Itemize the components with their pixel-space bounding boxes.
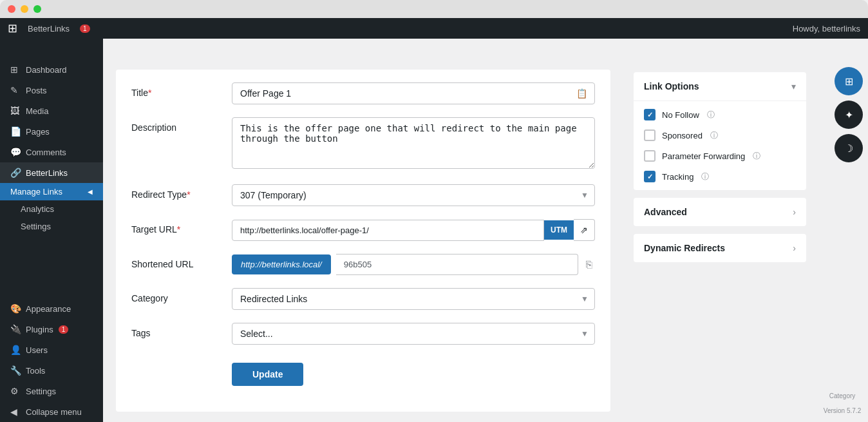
parameter-forwarding-row: Parameter Forwarding ⓘ [644,150,796,162]
target-url-row: Target URL* UTM ⇗ [131,219,595,241]
shortened-url-hash: 96b505 [336,254,578,275]
target-url-input[interactable] [232,220,544,241]
plugins-icon: 🔌 [10,324,21,334]
tracking-info-icon[interactable]: ⓘ [701,171,709,182]
link-options-body: No Follow ⓘ Sponsored ⓘ Parameter Forwar… [634,101,806,190]
advanced-section[interactable]: Advanced › [634,198,806,226]
title-field-wrap: 📋 [232,82,595,104]
title-row: Title* 📋 [131,82,595,104]
target-url-group: UTM ⇗ [232,219,595,241]
shortened-url-label: Shortened URL [131,254,222,269]
betterlinks-icon: 🔗 [10,168,21,178]
sidebar-label-collapse: Collapse menu [26,407,82,417]
sidebar-item-comments[interactable]: 💬 Comments [0,142,103,162]
dashboard-icon: ⊞ [10,64,21,75]
far-right-panel: ⊞ ✦ ☽ Category Version 5.7.2 [816,59,868,422]
sidebar-label-betterlinks: BetterLinks [26,168,68,178]
sidebar-sub-label-settings: Settings [21,222,51,231]
sidebar-item-pages[interactable]: 📄 Pages [0,121,103,142]
update-button[interactable]: Update [232,363,303,386]
tags-select[interactable]: Select... [232,323,595,345]
grid-view-button[interactable]: ⊞ [835,67,863,95]
dynamic-redirects-section[interactable]: Dynamic Redirects › [634,234,806,262]
no-follow-label: No Follow [662,110,699,120]
title-label: Title* [131,82,222,98]
sidebar-label-media: Media [26,106,48,116]
redirect-type-label: Redirect Type* [131,184,222,200]
parameter-forwarding-label: Parameter Forwarding [662,151,745,161]
sidebar-item-betterlinks[interactable]: 🔗 BetterLinks [0,162,103,183]
sidebar-label-pages: Pages [26,127,50,137]
redirect-type-row: Redirect Type* 301 (Permanent) 302 (Foun… [131,184,595,206]
tracking-checkbox[interactable] [644,171,656,182]
sidebar-item-dashboard[interactable]: ⊞ Dashboard [0,59,103,80]
topbar-howdy: Howdy, betterlinks [793,24,860,34]
sponsored-label: Sponsored [662,131,703,140]
plugins-badge: 1 [59,325,69,334]
window-maximize[interactable] [33,5,41,13]
sidebar-item-users[interactable]: 👤 Users [0,340,103,360]
category-label: Category [131,288,222,303]
description-wrap: This is the offer page one that will red… [232,117,595,171]
collapse-icon: ◀ [10,407,21,417]
advanced-title: Advanced [644,207,687,217]
link-options-title: Link Options [644,81,699,91]
star-view-button[interactable]: ✦ [835,101,863,129]
parameter-forwarding-checkbox[interactable] [644,150,656,162]
shortened-url-group: http://betterlinks.local/ 96b505 ⎘ [232,254,595,275]
copy-button[interactable]: ⎘ [583,256,595,273]
sidebar-sub-settings[interactable]: Settings [0,218,103,235]
dynamic-redirects-arrow-icon: › [793,243,796,253]
sidebar-item-collapse[interactable]: ◀ Collapse menu [0,401,103,422]
sidebar-sub-manage-links[interactable]: Manage Links [0,183,103,200]
tags-label: Tags [131,323,222,338]
moon-button[interactable]: ☽ [835,134,863,162]
window-close[interactable] [8,5,15,13]
sidebar-sub-label-analytics: Analytics [21,204,54,214]
category-select[interactable]: Redirected Links Uncategorized [232,288,595,310]
no-follow-info-icon[interactable]: ⓘ [707,110,715,120]
tags-wrap: Select... ▼ [232,323,595,345]
no-follow-row: No Follow ⓘ [644,109,796,120]
dynamic-redirects-title: Dynamic Redirects [644,243,725,253]
sidebar-item-tools[interactable]: 🔧 Tools [0,360,103,381]
sponsored-checkbox[interactable] [644,129,656,141]
shortened-url-base[interactable]: http://betterlinks.local/ [232,254,331,274]
tools-icon: 🔧 [10,365,21,376]
category-side-label: Category [822,392,863,399]
topbar-notifications[interactable]: 1 [80,24,90,33]
window-minimize[interactable] [21,5,28,13]
description-row: Description This is the offer page one t… [131,117,595,171]
topbar-betterlinks[interactable]: BetterLinks [28,24,70,34]
redirect-type-select[interactable]: 301 (Permanent) 302 (Found) 307 (Tempora… [232,184,595,206]
media-icon: 🖼 [10,106,21,116]
tracking-row: Tracking ⓘ [644,171,796,182]
link-options-header[interactable]: Link Options ▾ [634,72,806,101]
wp-icon: ⊞ [8,21,17,35]
appearance-icon: 🎨 [10,303,21,314]
share-button[interactable]: ⇗ [574,219,595,241]
extra-buttons: ⊞ ✦ ☽ [822,67,863,162]
sidebar-label-posts: Posts [26,86,47,95]
shortened-url-row: Shortened URL http://betterlinks.local/ … [131,254,595,275]
shortened-url-wrap: http://betterlinks.local/ 96b505 ⎘ [232,254,595,275]
sidebar-label-comments: Comments [26,148,66,157]
posts-icon: ✎ [10,85,21,95]
comments-icon: 💬 [10,147,21,157]
sidebar-item-posts[interactable]: ✎ Posts [0,80,103,101]
sponsored-info-icon[interactable]: ⓘ [710,130,718,141]
title-input[interactable] [232,82,595,104]
sidebar-item-plugins[interactable]: 🔌 Plugins 1 [0,319,103,340]
sidebar-item-appearance[interactable]: 🎨 Appearance [0,298,103,319]
no-follow-checkbox[interactable] [644,109,656,120]
category-row: Category Redirected Links Uncategorized … [131,288,595,310]
sidebar-sub-analytics[interactable]: Analytics [0,200,103,218]
sidebar-item-media[interactable]: 🖼 Media [0,101,103,121]
title-required: * [148,88,151,98]
description-textarea[interactable]: This is the offer page one that will red… [232,117,595,169]
advanced-arrow-icon: › [793,207,796,217]
utm-button[interactable]: UTM [544,220,574,240]
pages-icon: 📄 [10,126,21,137]
sidebar-item-settings2[interactable]: ⚙ Settings [0,381,103,401]
parameter-forwarding-info-icon[interactable]: ⓘ [753,151,760,162]
